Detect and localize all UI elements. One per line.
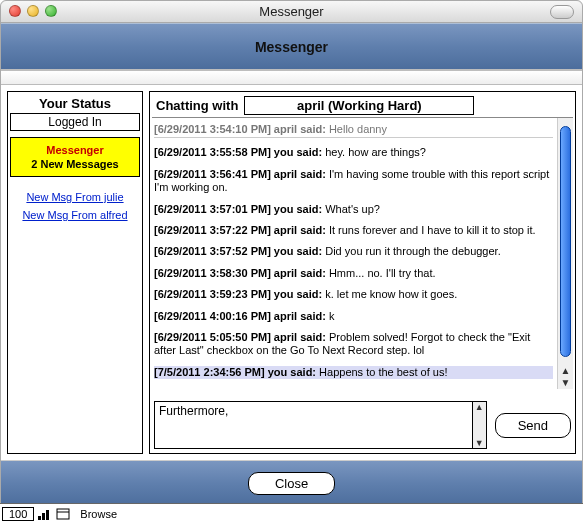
scrollbar-track[interactable] (558, 118, 573, 365)
message-text: Happens to the best of us! (319, 366, 447, 378)
chat-message[interactable]: [6/29/2011 3:55:58 PM] you said: hey. ho… (154, 146, 553, 159)
mode-label: Browse (80, 508, 117, 520)
footer: Close (1, 460, 582, 506)
message-timestamp: [6/29/2011 3:57:22 PM] (154, 224, 274, 236)
message-timestamp: [6/29/2011 3:55:58 PM] (154, 146, 274, 158)
message-timestamp: [6/29/2011 3:54:10 PM] (154, 123, 274, 135)
messenger-window: Messenger Messenger Your Status Logged I… (0, 0, 583, 507)
sidebar: Your Status Logged In Messenger 2 New Me… (7, 91, 143, 454)
send-button[interactable]: Send (495, 413, 571, 438)
status-bar: 100 Browse (0, 503, 583, 523)
new-message-link[interactable]: New Msg From alfred (22, 209, 127, 221)
message-sender: april said: (274, 267, 329, 279)
app-header: Messenger (1, 23, 582, 71)
message-timestamp: [6/29/2011 3:59:23 PM] (154, 288, 274, 300)
message-timestamp: [6/29/2011 3:56:41 PM] (154, 168, 274, 180)
chat-message[interactable]: [6/29/2011 4:00:16 PM] april said: k (154, 310, 553, 323)
compose-area: ▲ ▼ Send (152, 399, 573, 451)
titlebar[interactable]: Messenger (1, 1, 582, 23)
close-button[interactable]: Close (248, 472, 335, 495)
content-area: Your Status Logged In Messenger 2 New Me… (1, 85, 582, 460)
chat-header-prefix: Chatting with (156, 98, 238, 113)
message-text: It runs forever and I have to kill it to… (329, 224, 536, 236)
compose-scrollbar[interactable]: ▲ ▼ (472, 402, 486, 448)
chat-panel: Chatting with april (Working Hard) [6/29… (149, 91, 576, 454)
message-sender: april said: (274, 331, 329, 343)
message-sender: april said: (274, 310, 329, 322)
chat-area: [6/29/2011 3:54:10 PM] april said: Hello… (152, 117, 573, 389)
chat-message[interactable]: [6/29/2011 3:59:23 PM] you said: k. let … (154, 288, 553, 301)
message-text: Hello danny (329, 123, 387, 135)
message-sender: april said: (274, 168, 329, 180)
alert-line2: 2 New Messages (13, 158, 137, 170)
header-spacer (1, 71, 582, 85)
toolbar-toggle-icon[interactable] (550, 5, 574, 19)
chat-partner-name: april (Working Hard) (244, 96, 474, 115)
view-icon[interactable] (56, 508, 70, 520)
scrollbar-thumb[interactable] (560, 126, 571, 357)
message-text: Hmm... no. I'll try that. (329, 267, 436, 279)
message-sender: you said: (274, 146, 325, 158)
message-timestamp: [6/29/2011 3:58:30 PM] (154, 267, 274, 279)
compose-scroll-down-icon[interactable]: ▼ (475, 438, 484, 448)
message-text: What's up? (325, 203, 380, 215)
new-messages-alert[interactable]: Messenger 2 New Messages (10, 137, 140, 177)
zoom-window-icon[interactable] (45, 5, 57, 17)
chat-message[interactable]: [6/29/2011 3:57:52 PM] you said: Did you… (154, 245, 553, 258)
signal-icon (38, 508, 52, 520)
compose-box: ▲ ▼ (154, 401, 487, 449)
message-sender: you said: (274, 245, 325, 257)
chat-message[interactable]: [6/29/2011 3:54:10 PM] april said: Hello… (154, 123, 553, 138)
message-timestamp: [6/29/2011 3:57:01 PM] (154, 203, 274, 215)
close-window-icon[interactable] (9, 5, 21, 17)
chat-message[interactable]: [6/29/2011 5:05:50 PM] april said: Probl… (154, 331, 553, 358)
message-timestamp: [7/5/2011 2:34:56 PM] (154, 366, 268, 378)
message-sender: april said: (274, 224, 329, 236)
chat-header: Chatting with april (Working Hard) (152, 94, 573, 115)
chat-message[interactable]: [6/29/2011 3:56:41 PM] april said: I'm h… (154, 168, 553, 195)
chat-scrollbar[interactable]: ▲ ▼ (557, 118, 573, 389)
scroll-up-icon[interactable]: ▲ (559, 365, 573, 377)
app-header-title: Messenger (255, 39, 328, 55)
new-message-link[interactable]: New Msg From julie (22, 191, 127, 203)
compose-input[interactable] (155, 402, 472, 448)
status-value: Logged In (10, 113, 140, 131)
window-title: Messenger (259, 4, 323, 19)
chat-message[interactable]: [6/29/2011 3:57:22 PM] april said: It ru… (154, 224, 553, 237)
alert-line1: Messenger (13, 144, 137, 156)
minimize-window-icon[interactable] (27, 5, 39, 17)
status-title: Your Status (39, 96, 111, 111)
message-text: hey. how are things? (325, 146, 426, 158)
message-timestamp: [6/29/2011 3:57:52 PM] (154, 245, 274, 257)
chat-message[interactable]: [7/5/2011 2:34:56 PM] you said: Happens … (154, 366, 553, 379)
zoom-level[interactable]: 100 (2, 507, 34, 521)
message-sender: you said: (274, 203, 325, 215)
svg-rect-0 (57, 509, 69, 519)
message-sender: april said: (274, 123, 329, 135)
compose-scroll-up-icon[interactable]: ▲ (475, 402, 484, 412)
scroll-down-icon[interactable]: ▼ (559, 377, 573, 389)
message-timestamp: [6/29/2011 4:00:16 PM] (154, 310, 274, 322)
message-timestamp: [6/29/2011 5:05:50 PM] (154, 331, 274, 343)
chat-log[interactable]: [6/29/2011 3:54:10 PM] april said: Hello… (152, 118, 557, 389)
message-sender: you said: (268, 366, 319, 378)
message-text: k (329, 310, 335, 322)
message-text: Did you run it through the debugger. (325, 245, 501, 257)
window-controls (9, 5, 57, 17)
message-text: k. let me know how it goes. (325, 288, 457, 300)
message-sender: you said: (274, 288, 325, 300)
chat-message[interactable]: [6/29/2011 3:57:01 PM] you said: What's … (154, 203, 553, 216)
chat-message[interactable]: [6/29/2011 3:58:30 PM] april said: Hmm..… (154, 267, 553, 280)
